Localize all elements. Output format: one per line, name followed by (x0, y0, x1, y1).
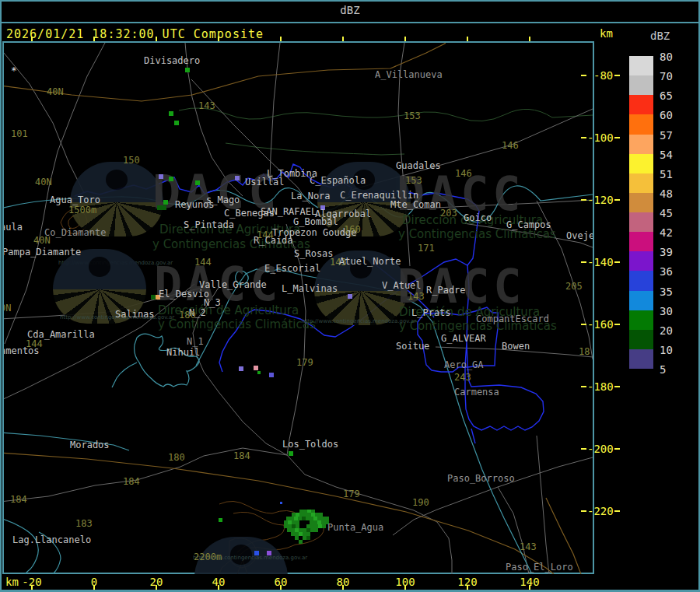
radar-map-canvas[interactable]: DACCDirección de Agriculturay Contingenc… (4, 43, 593, 574)
map-label: S_Rosas (294, 249, 334, 259)
map-label: N_3 (204, 298, 221, 308)
legend-color-band (629, 310, 653, 330)
map-label: 143 (408, 292, 425, 302)
right-axis-tick (581, 199, 586, 201)
station-marker (195, 180, 200, 185)
legend-value-label: 48 (660, 187, 673, 200)
bottom-axis-tick (404, 585, 406, 590)
legend-color-band (629, 135, 653, 154)
map-label: 40N (47, 87, 64, 97)
map-label: R_Caida (254, 236, 293, 246)
right-axis-tick (581, 448, 586, 450)
right-axis-tick (581, 324, 586, 325)
map-label: amentos (4, 346, 40, 356)
bottom-axis-tick (93, 585, 95, 590)
bottom-axis-tick (529, 585, 530, 590)
station-marker (267, 551, 271, 555)
legend-value-label: 5 (660, 363, 666, 376)
legend-value-label: 45 (660, 207, 673, 219)
map-label: Salinas (115, 310, 155, 320)
map-label: Goico (464, 213, 492, 223)
legend-value-label: 30 (660, 305, 673, 317)
map-label: A_Villanueva (375, 70, 443, 80)
legend-title: dBZ (650, 30, 670, 42)
legend-color-band (629, 251, 653, 271)
map-label: 1500m (68, 205, 96, 215)
bottom-axis-tick (218, 585, 219, 590)
station-marker (185, 68, 190, 72)
map-label: La_Nora (291, 191, 331, 201)
bottom-axis-tick (31, 585, 33, 590)
map-label: * (11, 65, 17, 75)
map-label: V_Atuel (382, 281, 422, 291)
map-label: C_Española (310, 176, 366, 186)
km-unit-bottom: km (5, 576, 19, 588)
right-axis-label: -80 (593, 69, 613, 82)
map-label: 146 (502, 141, 519, 151)
right-axis-label: -180 (587, 380, 614, 393)
frame-left (0, 0, 2, 592)
legend-value-label: 51 (660, 168, 673, 180)
right-axis-tick (581, 386, 586, 387)
right-axis-tick (614, 199, 620, 201)
station-marker (239, 366, 243, 371)
map-label: Co_Diamante (44, 228, 106, 238)
top-axis-tick (529, 37, 530, 41)
radar-echo-pixel (306, 536, 310, 540)
legend-value-label: 60 (660, 109, 673, 121)
map-label: Lag.Llancanelo (12, 535, 91, 545)
right-axis-tick (614, 261, 620, 263)
map-label: 40N (35, 177, 52, 187)
legend-color-band (629, 193, 653, 212)
map-label: E_Escorial (264, 264, 320, 274)
legend-value-label: 80 (660, 51, 673, 63)
legend-value-label: 70 (660, 70, 673, 82)
legend-color-band (629, 212, 653, 232)
station-marker (163, 200, 168, 205)
map-label: 153 (405, 176, 422, 186)
map-label: Atuel_Norte (339, 257, 401, 267)
right-axis-tick (581, 261, 586, 263)
map-label: L_Malvinas (282, 284, 338, 294)
map-label: 160 (344, 225, 361, 235)
right-axis-label: -160 (587, 318, 614, 331)
legend-color-band (629, 95, 653, 114)
titlebar-divider (0, 22, 700, 23)
top-axis-tick (342, 37, 344, 41)
frame-top (0, 0, 700, 2)
top-axis-tick (280, 37, 282, 41)
map-label: s_Mago (206, 195, 240, 205)
legend-value-label: 10 (660, 344, 673, 356)
map-label: 153 (404, 111, 421, 121)
map-label: 18 (579, 347, 590, 357)
right-axis-tick (614, 137, 620, 138)
map-label: Paso_El_Loro (506, 562, 573, 573)
right-axis-label: -100 (587, 131, 614, 144)
map-label: R_Padre (426, 285, 466, 296)
right-axis-tick (614, 448, 620, 450)
km-unit-top: km (600, 27, 613, 40)
map-label: N_1 (187, 337, 204, 347)
radar-echo-pixel (299, 540, 303, 544)
legend-color-band (629, 173, 653, 193)
right-axis-label: -120 (587, 194, 614, 206)
map-label: Paso_Borroso (447, 474, 515, 484)
station-marker (159, 174, 163, 179)
map-label: 184 (10, 495, 27, 505)
station-marker (280, 502, 282, 504)
map-label: G_ALVEAR (441, 334, 486, 344)
station-marker (348, 294, 352, 299)
bottom-axis-tick (342, 585, 344, 590)
right-axis-label: -200 (587, 443, 614, 455)
map-label: El_Desvio (159, 289, 209, 300)
map-label: Los_Toldos (282, 440, 338, 450)
right-axis-tick (614, 324, 620, 325)
station-marker (254, 551, 259, 555)
map-label: 179 (296, 358, 313, 368)
station-marker (174, 121, 179, 125)
timestamp-label: 2026/01/21 18:32:00 UTC Composite (6, 27, 264, 41)
right-axis-tick (614, 75, 620, 76)
radar-echo-pixel (314, 528, 318, 532)
map-label: 101 (11, 129, 28, 139)
map-label: 2200m (194, 552, 222, 562)
